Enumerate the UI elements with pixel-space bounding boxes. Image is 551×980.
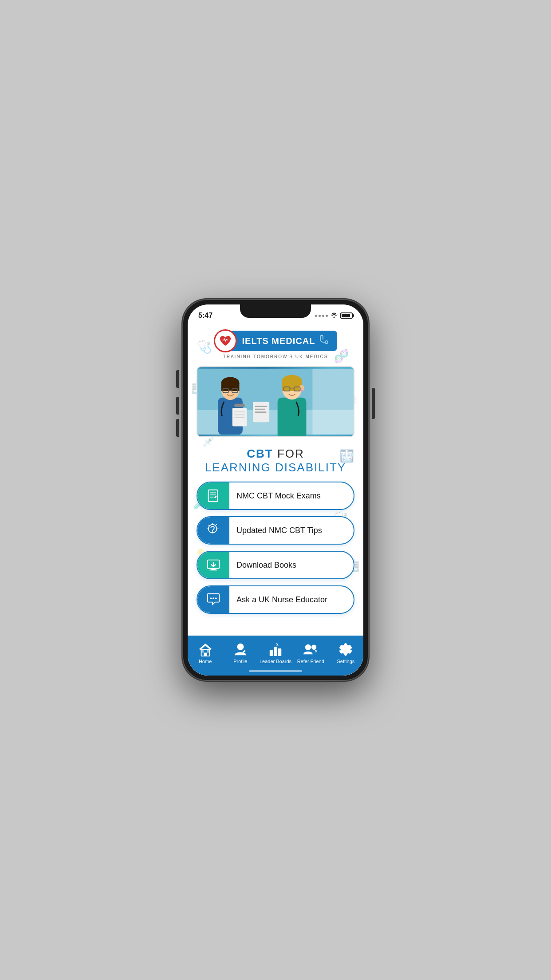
chat-icon-box bbox=[197, 586, 229, 613]
logo-section: IELTS MEDICAL TRAINING TOM bbox=[188, 324, 363, 363]
profile-icon bbox=[232, 641, 249, 658]
svg-rect-17 bbox=[278, 398, 307, 436]
svg-rect-4 bbox=[312, 369, 354, 435]
bottom-nav: Home Profile bbox=[188, 636, 363, 676]
signal-icon bbox=[315, 315, 328, 317]
stethoscope-icon bbox=[319, 334, 329, 348]
svg-rect-12 bbox=[232, 408, 247, 427]
svg-rect-55 bbox=[278, 648, 282, 656]
nav-leaderboards[interactable]: Leader Boards bbox=[258, 639, 293, 664]
nav-profile[interactable]: Profile bbox=[223, 639, 258, 664]
ask-nurse-button[interactable]: Ask a UK Nurse Educator bbox=[197, 585, 354, 614]
settings-label: Settings bbox=[337, 659, 355, 664]
home-label: Home bbox=[199, 659, 212, 664]
svg-rect-51 bbox=[207, 650, 209, 653]
svg-rect-27 bbox=[255, 406, 268, 407]
cbt-line2: LEARNING DISABILITY bbox=[197, 461, 354, 474]
download-books-button[interactable]: Download Books bbox=[197, 551, 354, 579]
home-indicator bbox=[249, 670, 302, 672]
svg-rect-8 bbox=[221, 383, 240, 391]
svg-point-47 bbox=[215, 597, 217, 599]
screen: 5:47 bbox=[188, 304, 363, 676]
status-time: 5:47 bbox=[198, 312, 213, 320]
exam-icon-box bbox=[197, 482, 229, 509]
svg-rect-53 bbox=[270, 650, 273, 656]
nmc-mock-button[interactable]: NMC CBT Mock Exams bbox=[197, 482, 354, 510]
home-icon bbox=[197, 641, 214, 658]
notch bbox=[240, 304, 311, 318]
nmc-tips-button[interactable]: Updated NMC CBT Tips bbox=[197, 516, 354, 545]
leaderboards-label: Leader Boards bbox=[260, 659, 291, 664]
svg-rect-50 bbox=[201, 650, 204, 653]
status-icons bbox=[315, 312, 353, 319]
logo-title: IELTS MEDICAL bbox=[242, 336, 315, 346]
svg-point-0 bbox=[325, 341, 328, 344]
cbt-bold: CBT bbox=[247, 447, 273, 460]
nmc-tips-label: Updated NMC CBT Tips bbox=[229, 526, 329, 535]
profile-label: Profile bbox=[233, 659, 247, 664]
wifi-icon bbox=[331, 312, 338, 319]
ask-nurse-label: Ask a UK Nurse Educator bbox=[229, 595, 335, 605]
svg-point-45 bbox=[210, 597, 212, 599]
menu-list: NMC CBT Mock Exams bbox=[188, 482, 363, 621]
svg-rect-29 bbox=[255, 411, 267, 413]
nav-home[interactable]: Home bbox=[188, 639, 223, 664]
cbt-heading: CBT FOR LEARNING DISABILITY bbox=[188, 443, 363, 482]
cbt-line1-rest: FOR bbox=[277, 447, 304, 460]
settings-icon bbox=[337, 641, 354, 658]
tips-icon-box bbox=[197, 517, 229, 544]
logo-heart-icon bbox=[214, 329, 237, 352]
phone-device: 5:47 bbox=[182, 299, 369, 681]
svg-point-25 bbox=[301, 389, 303, 392]
svg-rect-54 bbox=[274, 647, 277, 656]
svg-point-35 bbox=[212, 531, 213, 533]
nmc-mock-label: NMC CBT Mock Exams bbox=[229, 491, 328, 501]
svg-rect-13 bbox=[234, 404, 244, 407]
logo-subtitle: TRAINING TOMORROW'S UK MEDICS bbox=[223, 354, 328, 359]
books-icon-box bbox=[197, 552, 229, 578]
svg-rect-20 bbox=[282, 381, 302, 391]
nav-refer-friend[interactable]: Refer Friend bbox=[293, 639, 328, 664]
svg-line-40 bbox=[209, 525, 209, 526]
svg-point-52 bbox=[237, 644, 243, 650]
refer-friend-label: Refer Friend bbox=[297, 659, 324, 664]
leaderboards-icon bbox=[267, 641, 284, 658]
refer-friend-icon bbox=[302, 641, 319, 658]
svg-rect-49 bbox=[204, 653, 207, 656]
svg-rect-28 bbox=[255, 409, 265, 410]
logo-container: IELTS MEDICAL bbox=[214, 329, 338, 352]
svg-point-57 bbox=[306, 645, 311, 650]
battery-icon bbox=[340, 312, 353, 319]
svg-rect-30 bbox=[209, 490, 218, 502]
phone-screen: 5:47 bbox=[188, 304, 363, 676]
svg-point-58 bbox=[312, 645, 316, 649]
main-content: 🩺 💊 🧬 🏥 ⚕ 💉 🩻 🧪 🩺 💊 🏥 bbox=[188, 324, 363, 636]
download-books-label: Download Books bbox=[229, 561, 303, 570]
hero-image bbox=[197, 366, 354, 437]
svg-point-46 bbox=[213, 597, 214, 599]
logo-text-box: IELTS MEDICAL bbox=[232, 331, 338, 351]
svg-line-37 bbox=[216, 524, 217, 525]
nav-settings[interactable]: Settings bbox=[328, 639, 363, 664]
